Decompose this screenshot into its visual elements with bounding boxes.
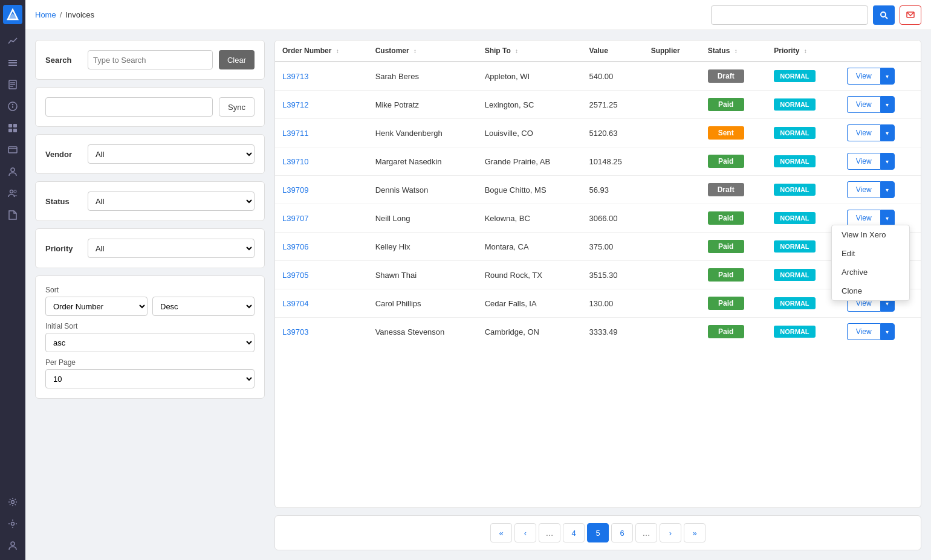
view-dropdown-button[interactable]: ▾ — [880, 153, 895, 170]
svg-rect-17 — [8, 147, 17, 153]
dropdown-archive[interactable]: Archive — [832, 263, 909, 282]
clear-button[interactable]: Clear — [219, 50, 255, 69]
order-link[interactable]: L39703 — [282, 327, 308, 336]
dropdown-view-in-xero[interactable]: View In Xero — [832, 225, 909, 244]
cell-supplier — [644, 204, 701, 233]
topbar-search-input[interactable] — [711, 5, 868, 25]
sort-field-select[interactable]: Order Number — [45, 297, 148, 316]
cell-customer: Sarah Beres — [368, 62, 478, 91]
search-label: Search — [45, 56, 82, 65]
vendor-filter-row: Vendor All — [45, 144, 255, 164]
order-link[interactable]: L39711 — [282, 129, 308, 138]
card-icon[interactable] — [3, 140, 22, 159]
table-row: L39709 Dennis Watson Bogue Chitto, MS 56… — [275, 176, 921, 204]
dropdown-edit[interactable]: Edit — [832, 244, 909, 263]
pagination-page6[interactable]: 6 — [611, 523, 633, 542]
table-row: L39707 Neill Long Kelowna, BC 3066.00 Pa… — [275, 204, 921, 233]
list-icon[interactable] — [3, 53, 22, 72]
order-link[interactable]: L39704 — [282, 299, 308, 308]
view-button[interactable]: View — [847, 153, 880, 170]
breadcrumb-separator: / — [60, 10, 62, 19]
status-badge: Paid — [708, 98, 744, 111]
view-button[interactable]: View — [847, 96, 880, 113]
pagination-page4[interactable]: 4 — [563, 523, 585, 542]
col-status[interactable]: Status ↕ — [701, 40, 767, 62]
cell-priority: NORMAL — [767, 147, 839, 176]
col-value[interactable]: Value — [582, 40, 644, 62]
view-dropdown-button[interactable]: ▾ — [880, 323, 895, 340]
view-dropdown-button[interactable]: ▾ — [880, 210, 895, 227]
search-input[interactable] — [88, 50, 213, 69]
col-order-number[interactable]: Order Number ↕ — [275, 40, 368, 62]
cell-order-id: L39703 — [275, 318, 368, 346]
col-ship-to[interactable]: Ship To ↕ — [478, 40, 582, 62]
vendor-select[interactable]: All — [88, 144, 255, 164]
view-button[interactable]: View — [847, 323, 880, 340]
view-dropdown-button[interactable]: ▾ — [880, 68, 895, 85]
col-supplier: Supplier — [644, 40, 701, 62]
dropdown-clone[interactable]: Clone — [832, 282, 909, 300]
cell-order-id: L39710 — [275, 147, 368, 176]
order-link[interactable]: L39709 — [282, 185, 308, 195]
chart-line-icon[interactable] — [3, 31, 22, 51]
file-icon[interactable] — [3, 75, 22, 94]
order-link[interactable]: L39712 — [282, 100, 308, 109]
view-button[interactable]: View — [847, 68, 880, 85]
status-select[interactable]: All — [88, 191, 255, 211]
pagination-prev[interactable]: ‹ — [514, 523, 536, 542]
per-page-select[interactable]: 10 — [45, 369, 255, 388]
cell-supplier — [644, 119, 701, 147]
view-dropdown-button[interactable]: ▾ — [880, 124, 895, 141]
view-dropdown-button[interactable]: ▾ — [880, 181, 895, 198]
pagination-page5[interactable]: 5 — [587, 523, 609, 542]
svg-rect-15 — [8, 129, 12, 132]
right-panel: Order Number ↕ Customer ↕ Ship To ↕ Valu… — [274, 40, 921, 550]
topbar-message-button[interactable] — [900, 5, 921, 25]
view-button[interactable]: View — [847, 210, 880, 227]
people-icon[interactable] — [3, 184, 22, 203]
col-customer[interactable]: Customer ↕ — [368, 40, 478, 62]
cell-ship-to: Louisville, CO — [478, 119, 582, 147]
order-link[interactable]: L39707 — [282, 214, 308, 223]
app-logo[interactable] — [3, 5, 22, 24]
user-bottom-icon[interactable] — [3, 536, 22, 555]
status-badge: Paid — [708, 297, 744, 310]
priority-badge: NORMAL — [774, 155, 815, 167]
view-dropdown-button[interactable]: ▾ — [880, 96, 895, 113]
pagination-next[interactable]: › — [660, 523, 681, 542]
topbar-search-button[interactable] — [873, 5, 895, 25]
cell-order-id: L39713 — [275, 62, 368, 91]
order-link[interactable]: L39713 — [282, 72, 308, 81]
action-buttons: View ▾ — [847, 153, 913, 170]
info-icon[interactable] — [3, 97, 22, 116]
priority-select[interactable]: All — [88, 239, 255, 258]
sync-button[interactable]: Sync — [219, 97, 255, 117]
doc-icon[interactable] — [3, 205, 22, 225]
pagination-first[interactable]: « — [490, 523, 512, 542]
sort-direction-select[interactable]: Desc — [152, 297, 255, 316]
sort-card: Sort Order Number Desc Initial Sort asc … — [35, 275, 265, 399]
order-link[interactable]: L39706 — [282, 242, 308, 251]
svg-point-22 — [11, 501, 15, 504]
cell-customer: Henk Vandenbergh — [368, 119, 478, 147]
order-link[interactable]: L39710 — [282, 157, 308, 166]
breadcrumb-home-link[interactable]: Home — [35, 10, 56, 19]
svg-point-21 — [14, 190, 16, 193]
view-button[interactable]: View — [847, 124, 880, 141]
person-icon[interactable] — [3, 162, 22, 181]
sort-field-row: Order Number Desc — [45, 297, 255, 316]
sync-input[interactable] — [45, 97, 213, 117]
initial-sort-select[interactable]: asc — [45, 333, 255, 352]
view-button[interactable]: View — [847, 181, 880, 198]
settings-gear-icon[interactable] — [3, 492, 22, 512]
svg-rect-14 — [13, 124, 17, 127]
table-row: L39706 Kelley Hix Montara, CA 375.00 Pai… — [275, 233, 921, 261]
order-link[interactable]: L39705 — [282, 271, 308, 280]
col-priority[interactable]: Priority ↕ — [767, 40, 839, 62]
grid-icon[interactable] — [3, 118, 22, 138]
pagination-last[interactable]: » — [684, 523, 706, 542]
cell-value: 2571.25 — [582, 91, 644, 119]
settings2-icon[interactable] — [3, 514, 22, 533]
cell-supplier — [644, 233, 701, 261]
cell-status: Paid — [701, 289, 767, 318]
